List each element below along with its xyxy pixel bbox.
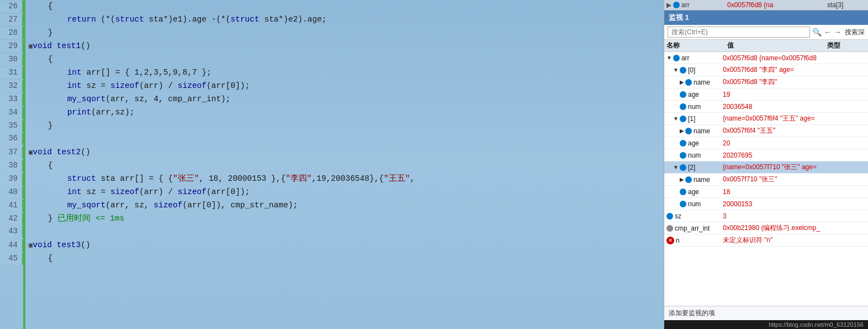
line-content: {	[23, 252, 53, 264]
line-number: 38	[0, 160, 23, 172]
code-line-31: 31 int arr[] = { 1,2,3,5,9,8,7 };	[0, 66, 664, 80]
expand-btn-arr-2[interactable]: ▼	[673, 164, 679, 170]
line-number: 36	[0, 133, 23, 145]
dot-icon-cmp_arr_int	[666, 225, 673, 232]
line-content: ▣void test2()	[23, 146, 91, 158]
watch-item-value-arr-2-name: 0x0057f710 "张三"	[723, 175, 829, 184]
watch-row-arr-1[interactable]: ▼[1]{name=0x0057f6f4 "王五" age=	[664, 113, 868, 125]
code-editor: 26 {27 return (*(struct sta*)e1).age -(*…	[0, 0, 664, 329]
expand-btn-arr[interactable]: ▼	[666, 55, 672, 61]
watch-row-arr-1-name[interactable]: ▶name0x0057f6f4 "王五"	[664, 125, 868, 137]
watch-item-value-arr-0-num: 20036548	[723, 103, 829, 111]
line-number: 28	[0, 27, 23, 39]
name-text-arr-0-age: age	[688, 91, 699, 98]
watch-item-value-cmp_arr_int: 0x00b21980 (编程练习.exelcmp_	[723, 223, 829, 233]
watch-item-name-arr-0-name: ▶name	[664, 79, 723, 86]
line-number: 37	[0, 147, 23, 159]
watch-row-arr-1-num[interactable]: num20207695	[664, 149, 868, 161]
mini-value: 0x0057f6d8 {na	[727, 1, 827, 9]
name-text-arr-0-name: name	[694, 79, 710, 86]
line-number: 35	[0, 120, 23, 132]
name-text-n: n	[676, 237, 680, 244]
line-number: 29	[0, 40, 23, 53]
mini-name: arr	[681, 1, 690, 9]
watch-row-arr-2-num[interactable]: num20000153	[664, 198, 868, 210]
watch-item-name-arr-1: ▼[1]	[664, 115, 723, 123]
watch-item-name-sz: sz	[664, 212, 723, 220]
line-content: } 已用时间 <= 1ms	[23, 212, 124, 224]
watch-row-cmp_arr_int[interactable]: cmp_arr_int0x00b21980 (编程练习.exelcmp_	[664, 222, 868, 234]
expand-btn-arr-1[interactable]: ▼	[673, 116, 679, 122]
error-icon-n: ✕	[666, 237, 674, 244]
col-type-header: 类型	[827, 41, 866, 50]
line-content: my_sqort(arr, sz, 4, cmp_arr_int);	[23, 93, 231, 105]
watch-row-arr-2-name[interactable]: ▶name0x0057f710 "张三"	[664, 174, 868, 186]
watch-row-arr[interactable]: ▼arr0x0057f6d8 {name=0x0057f6d8	[664, 52, 868, 64]
dot-icon-arr-2	[680, 164, 686, 171]
search-input[interactable]	[668, 27, 810, 38]
line-number: 44	[0, 239, 23, 252]
code-line-42: 42 } 已用时间 <= 1ms	[0, 212, 664, 226]
watch-row-sz[interactable]: sz3	[664, 210, 868, 222]
watch-item-name-arr-1-age: age	[664, 139, 723, 147]
line-content: int sz = sizeof(arr) / sizeof(arr[0]);	[23, 80, 250, 92]
watch-row-arr-2-age[interactable]: age18	[664, 186, 868, 198]
watch-row-arr-0[interactable]: ▼[0]0x0057f6d8 "李四" age=	[664, 64, 868, 76]
name-text-arr-0: [0]	[688, 66, 695, 74]
code-line-28: 28 }	[0, 27, 664, 40]
watch-item-value-n: 未定义标识符 "n"	[723, 236, 829, 245]
name-text-arr-1-name: name	[694, 127, 710, 135]
watch-row-arr-2[interactable]: ▼[2]{name=0x0057f710 "张三" age=	[664, 161, 868, 174]
line-number: 33	[0, 93, 23, 106]
code-line-36: 36	[0, 133, 664, 146]
name-text-arr-0-num: num	[688, 103, 701, 111]
line-number: 27	[0, 14, 23, 26]
col-value-header: 值	[727, 41, 827, 50]
watch-item-value-arr-0: 0x0057f6d8 "李四" age=	[723, 65, 829, 75]
code-line-38: 38 {	[0, 159, 664, 173]
watch-row-arr-1-age[interactable]: age20	[664, 137, 868, 149]
code-content: 26 {27 return (*(struct sta*)e1).age -(*…	[0, 0, 664, 265]
forward-icon[interactable]: →	[834, 28, 841, 36]
expand-btn-arr-0[interactable]: ▼	[673, 67, 679, 73]
line-number: 34	[0, 107, 23, 119]
line-content: ▣void test1()	[23, 40, 91, 52]
expand-btn-arr-2-name[interactable]: ▶	[680, 176, 684, 182]
dot-icon-arr-0-age	[680, 91, 686, 98]
watch-row-arr-0-age[interactable]: age19	[664, 88, 868, 101]
line-content: int arr[] = { 1,2,3,5,9,8,7 };	[23, 66, 211, 79]
code-line-32: 32 int sz = sizeof(arr) / sizeof(arr[0])…	[0, 80, 664, 93]
line-content: ▣void test3()	[23, 239, 91, 251]
code-line-30: 30 {	[0, 53, 664, 66]
watch-item-name-arr-2: ▼[2]	[664, 164, 723, 171]
name-text-arr-1: [1]	[688, 115, 695, 123]
line-content: {	[23, 53, 53, 65]
watch-row-n[interactable]: ✕n未定义标识符 "n"	[664, 234, 868, 247]
line-number: 45	[0, 253, 23, 265]
watch-item-value-arr-0-age: 19	[723, 91, 829, 98]
dot-icon-arr-2-age	[680, 189, 686, 195]
dot-icon-arr-0-name	[685, 79, 692, 86]
expand-btn-arr-0-name[interactable]: ▶	[680, 79, 684, 85]
dot-icon-sz	[666, 213, 673, 220]
line-number: 40	[0, 186, 23, 199]
code-line-33: 33 my_sqort(arr, sz, 4, cmp_arr_int);	[0, 93, 664, 106]
expand-btn-arr-1-name[interactable]: ▶	[680, 128, 684, 134]
back-icon[interactable]: ←	[824, 28, 832, 36]
add-watch-label[interactable]: 添加要监视的项	[664, 306, 868, 320]
url-bar: https://blog.csdn.net/m0_63120156	[664, 320, 868, 329]
line-content: print(arr,sz);	[23, 106, 134, 118]
watch-row-arr-0-name[interactable]: ▶name0x0057f6d8 "李四"	[664, 76, 868, 88]
watch-row-arr-0-num[interactable]: num20036548	[664, 101, 868, 113]
dot-icon-arr-0	[680, 67, 686, 74]
mini-type: sta[3]	[827, 1, 866, 9]
search-icon[interactable]: 🔍	[812, 28, 822, 36]
name-text-sz: sz	[675, 212, 681, 220]
watch-item-value-arr-1: {name=0x0057f6f4 "王五" age=	[723, 114, 829, 123]
line-number: 31	[0, 67, 23, 79]
code-line-44: 44▣void test3()	[0, 239, 664, 252]
name-text-arr-1-age: age	[688, 139, 699, 147]
watch-title: 监视 1	[664, 11, 868, 25]
line-content: return (*(struct sta*)e1).age -(*(struct…	[23, 13, 327, 25]
name-text-arr-2-age: age	[688, 188, 699, 196]
